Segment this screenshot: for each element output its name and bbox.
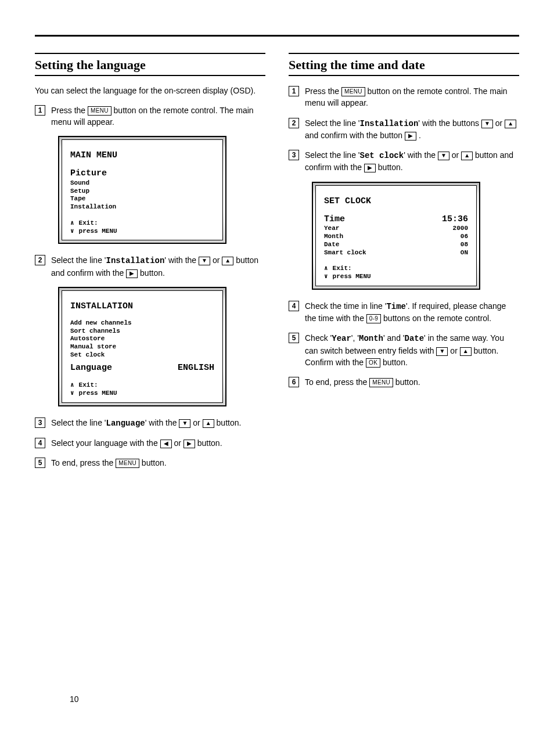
step-number: 5 bbox=[289, 333, 299, 343]
left-column: Setting the language You can select the … bbox=[35, 53, 265, 477]
step-number: 1 bbox=[289, 86, 299, 96]
step-2: 2 Select the line 'Installation' with th… bbox=[289, 117, 519, 142]
step-3: 3 Select the line 'Set clock' with the o… bbox=[289, 149, 519, 174]
down-arrow-key bbox=[179, 419, 190, 428]
up-arrow-key bbox=[461, 152, 473, 160]
intro-text: You can select the language for the on-s… bbox=[35, 85, 265, 96]
step-6: 6 To end, press the MENU button. bbox=[289, 376, 519, 388]
right-arrow-key bbox=[405, 132, 416, 141]
menu-key: MENU bbox=[88, 106, 111, 116]
heading-time-date: Setting the time and date bbox=[289, 53, 519, 73]
step-3: 3 Select the line 'Language' with the or… bbox=[35, 417, 265, 429]
heading-language: Setting the language bbox=[35, 53, 265, 73]
down-arrow-key bbox=[199, 257, 210, 265]
ok-key: OK bbox=[366, 358, 380, 368]
down-arrow-key bbox=[481, 120, 493, 128]
step-number: 6 bbox=[289, 377, 299, 387]
step-5: 5 Check 'Year', 'Month' and 'Date' in th… bbox=[289, 332, 519, 368]
up-arrow-key bbox=[460, 347, 472, 356]
step-4: 4 Check the time in line 'Time'. If requ… bbox=[289, 300, 519, 325]
osd-set-clock: SET CLOCK Time15:36 Year2000 Month06 Dat… bbox=[312, 182, 480, 290]
digit-keys: 0-9 bbox=[366, 314, 381, 323]
step-number: 3 bbox=[35, 417, 45, 428]
step-1: 1 Press the MENU button on the remote co… bbox=[35, 105, 265, 128]
step-number: 1 bbox=[35, 105, 45, 116]
down-arrow-key bbox=[436, 347, 448, 356]
up-arrow-key bbox=[222, 257, 233, 265]
step-2: 2 Select the line 'Installation' with th… bbox=[35, 254, 265, 279]
osd-installation: INSTALLATION Add new channels Sort chann… bbox=[58, 287, 226, 406]
step-number: 2 bbox=[35, 255, 45, 265]
menu-key: MENU bbox=[341, 87, 365, 96]
left-arrow-key bbox=[160, 440, 172, 448]
step-number: 3 bbox=[289, 150, 299, 160]
right-column: Setting the time and date 1 Press the ME… bbox=[289, 53, 519, 477]
right-arrow-key bbox=[364, 164, 376, 172]
up-arrow-key bbox=[203, 419, 214, 428]
osd-main-menu: MAIN MENU Picture Sound Setup Tape Insta… bbox=[58, 136, 226, 244]
step-4: 4 Select your language with the or butto… bbox=[35, 437, 265, 449]
right-arrow-key bbox=[126, 269, 138, 278]
step-5: 5 To end, press the MENU button. bbox=[35, 457, 265, 469]
down-arrow-key bbox=[438, 152, 449, 160]
menu-key: MENU bbox=[369, 378, 393, 387]
menu-key: MENU bbox=[116, 459, 139, 468]
step-number: 4 bbox=[35, 438, 45, 448]
step-number: 2 bbox=[289, 118, 299, 128]
step-number: 5 bbox=[35, 458, 45, 468]
right-arrow-key bbox=[184, 440, 195, 448]
up-arrow-key bbox=[505, 120, 516, 128]
step-1: 1 Press the MENU button on the remote co… bbox=[289, 85, 519, 109]
page-number: 10 bbox=[70, 694, 79, 704]
step-number: 4 bbox=[289, 301, 299, 311]
